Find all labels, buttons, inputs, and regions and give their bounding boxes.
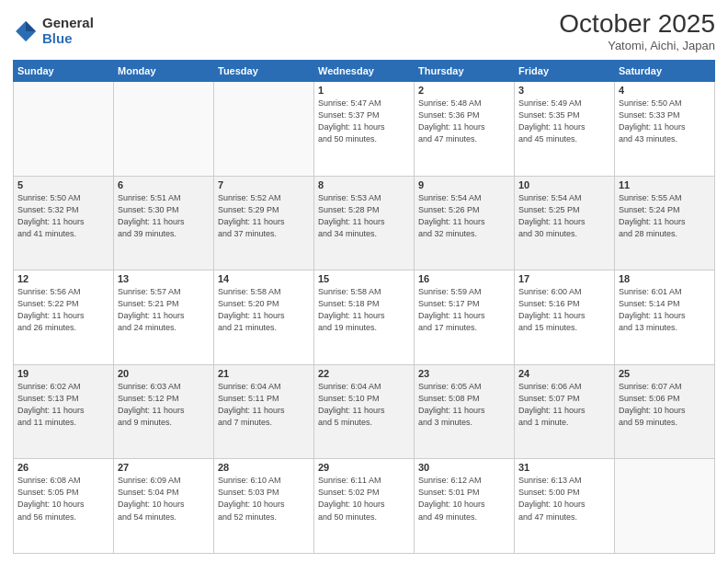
calendar-cell: 19Sunrise: 6:02 AM Sunset: 5:13 PM Dayli… (14, 364, 114, 459)
day-number: 6 (118, 179, 210, 190)
day-info: Sunrise: 5:51 AM Sunset: 5:30 PM Dayligh… (118, 192, 210, 240)
location: Yatomi, Aichi, Japan (559, 39, 715, 52)
day-info: Sunrise: 5:53 AM Sunset: 5:28 PM Dayligh… (318, 192, 410, 240)
calendar-cell: 18Sunrise: 6:01 AM Sunset: 5:14 PM Dayli… (615, 270, 715, 365)
day-number: 2 (418, 85, 510, 96)
day-number: 18 (619, 273, 711, 284)
day-number: 14 (218, 273, 310, 284)
calendar-cell: 31Sunrise: 6:13 AM Sunset: 5:00 PM Dayli… (515, 459, 615, 554)
weekday-header-thursday: Thursday (415, 61, 515, 82)
calendar-week-row: 26Sunrise: 6:08 AM Sunset: 5:05 PM Dayli… (14, 459, 715, 554)
calendar-cell: 10Sunrise: 5:54 AM Sunset: 5:25 PM Dayli… (515, 176, 615, 270)
day-info: Sunrise: 6:01 AM Sunset: 5:14 PM Dayligh… (619, 286, 711, 334)
day-number: 21 (218, 368, 310, 379)
weekday-header-sunday: Sunday (14, 61, 114, 82)
day-number: 29 (318, 462, 410, 473)
calendar-cell: 27Sunrise: 6:09 AM Sunset: 5:04 PM Dayli… (114, 459, 214, 554)
day-number: 5 (17, 179, 109, 190)
calendar-cell: 7Sunrise: 5:52 AM Sunset: 5:29 PM Daylig… (214, 176, 314, 270)
calendar-cell: 3Sunrise: 5:49 AM Sunset: 5:35 PM Daylig… (515, 82, 615, 177)
day-number: 1 (318, 85, 410, 96)
logo-icon (13, 18, 39, 44)
day-number: 9 (418, 179, 510, 190)
day-info: Sunrise: 5:59 AM Sunset: 5:17 PM Dayligh… (418, 286, 510, 334)
day-info: Sunrise: 5:58 AM Sunset: 5:20 PM Dayligh… (218, 286, 310, 334)
calendar-cell: 5Sunrise: 5:50 AM Sunset: 5:32 PM Daylig… (14, 176, 114, 270)
day-info: Sunrise: 5:56 AM Sunset: 5:22 PM Dayligh… (17, 286, 109, 334)
day-info: Sunrise: 5:50 AM Sunset: 5:32 PM Dayligh… (17, 192, 109, 240)
day-number: 10 (518, 179, 610, 190)
calendar-cell: 8Sunrise: 5:53 AM Sunset: 5:28 PM Daylig… (314, 176, 415, 270)
day-info: Sunrise: 5:55 AM Sunset: 5:24 PM Dayligh… (619, 192, 711, 240)
day-info: Sunrise: 6:07 AM Sunset: 5:06 PM Dayligh… (619, 381, 711, 429)
calendar-week-row: 19Sunrise: 6:02 AM Sunset: 5:13 PM Dayli… (14, 364, 715, 459)
day-number: 28 (218, 462, 310, 473)
day-number: 27 (118, 462, 210, 473)
day-info: Sunrise: 6:02 AM Sunset: 5:13 PM Dayligh… (17, 381, 109, 429)
calendar-cell: 14Sunrise: 5:58 AM Sunset: 5:20 PM Dayli… (214, 270, 314, 365)
month-title: October 2025 (559, 9, 715, 39)
calendar-cell: 20Sunrise: 6:03 AM Sunset: 5:12 PM Dayli… (114, 364, 214, 459)
day-number: 20 (118, 368, 210, 379)
weekday-header-monday: Monday (114, 61, 214, 82)
day-number: 11 (619, 179, 711, 190)
calendar-cell (14, 82, 114, 177)
day-info: Sunrise: 5:57 AM Sunset: 5:21 PM Dayligh… (118, 286, 210, 334)
calendar-cell (615, 459, 715, 554)
calendar-cell (214, 82, 314, 177)
calendar-cell: 12Sunrise: 5:56 AM Sunset: 5:22 PM Dayli… (14, 270, 114, 365)
calendar-cell: 25Sunrise: 6:07 AM Sunset: 5:06 PM Dayli… (615, 364, 715, 459)
weekday-header-wednesday: Wednesday (314, 61, 415, 82)
day-info: Sunrise: 6:12 AM Sunset: 5:01 PM Dayligh… (418, 475, 510, 523)
day-number: 25 (619, 368, 711, 379)
calendar-cell: 17Sunrise: 6:00 AM Sunset: 5:16 PM Dayli… (515, 270, 615, 365)
day-number: 24 (518, 368, 610, 379)
weekday-header-saturday: Saturday (615, 61, 715, 82)
calendar-cell: 30Sunrise: 6:12 AM Sunset: 5:01 PM Dayli… (415, 459, 515, 554)
weekday-header-friday: Friday (515, 61, 615, 82)
calendar-cell: 24Sunrise: 6:06 AM Sunset: 5:07 PM Dayli… (515, 364, 615, 459)
calendar-cell: 11Sunrise: 5:55 AM Sunset: 5:24 PM Dayli… (615, 176, 715, 270)
day-info: Sunrise: 5:49 AM Sunset: 5:35 PM Dayligh… (518, 98, 610, 145)
calendar-cell: 9Sunrise: 5:54 AM Sunset: 5:26 PM Daylig… (415, 176, 515, 270)
calendar-cell: 29Sunrise: 6:11 AM Sunset: 5:02 PM Dayli… (314, 459, 415, 554)
calendar-week-row: 5Sunrise: 5:50 AM Sunset: 5:32 PM Daylig… (14, 176, 715, 270)
day-number: 7 (218, 179, 310, 190)
calendar-cell: 1Sunrise: 5:47 AM Sunset: 5:37 PM Daylig… (314, 82, 415, 177)
day-info: Sunrise: 6:00 AM Sunset: 5:16 PM Dayligh… (518, 286, 610, 334)
day-number: 3 (518, 85, 610, 96)
day-info: Sunrise: 6:05 AM Sunset: 5:08 PM Dayligh… (418, 381, 510, 429)
day-number: 16 (418, 273, 510, 284)
day-number: 8 (318, 179, 410, 190)
calendar-cell: 4Sunrise: 5:50 AM Sunset: 5:33 PM Daylig… (615, 82, 715, 177)
day-number: 26 (17, 462, 109, 473)
day-info: Sunrise: 5:48 AM Sunset: 5:36 PM Dayligh… (418, 98, 510, 145)
calendar-cell: 22Sunrise: 6:04 AM Sunset: 5:10 PM Dayli… (314, 364, 415, 459)
day-info: Sunrise: 5:54 AM Sunset: 5:25 PM Dayligh… (518, 192, 610, 240)
page: General Blue October 2025 Yatomi, Aichi,… (0, 0, 728, 563)
day-info: Sunrise: 5:52 AM Sunset: 5:29 PM Dayligh… (218, 192, 310, 240)
day-info: Sunrise: 5:50 AM Sunset: 5:33 PM Dayligh… (619, 98, 711, 145)
header: General Blue October 2025 Yatomi, Aichi,… (13, 9, 715, 52)
logo-general-text: General (42, 16, 94, 31)
calendar-cell: 2Sunrise: 5:48 AM Sunset: 5:36 PM Daylig… (415, 82, 515, 177)
day-info: Sunrise: 6:08 AM Sunset: 5:05 PM Dayligh… (17, 475, 109, 523)
calendar-cell: 15Sunrise: 5:58 AM Sunset: 5:18 PM Dayli… (314, 270, 415, 365)
svg-marker-1 (26, 21, 36, 31)
calendar-cell: 23Sunrise: 6:05 AM Sunset: 5:08 PM Dayli… (415, 364, 515, 459)
day-number: 30 (418, 462, 510, 473)
calendar-cell: 26Sunrise: 6:08 AM Sunset: 5:05 PM Dayli… (14, 459, 114, 554)
calendar-week-row: 1Sunrise: 5:47 AM Sunset: 5:37 PM Daylig… (14, 82, 715, 177)
day-number: 17 (518, 273, 610, 284)
day-info: Sunrise: 6:11 AM Sunset: 5:02 PM Dayligh… (318, 475, 410, 523)
day-info: Sunrise: 6:10 AM Sunset: 5:03 PM Dayligh… (218, 475, 310, 523)
calendar-cell: 28Sunrise: 6:10 AM Sunset: 5:03 PM Dayli… (214, 459, 314, 554)
day-info: Sunrise: 6:04 AM Sunset: 5:11 PM Dayligh… (218, 381, 310, 429)
title-section: October 2025 Yatomi, Aichi, Japan (559, 9, 715, 52)
logo: General Blue (13, 16, 94, 46)
day-info: Sunrise: 5:47 AM Sunset: 5:37 PM Dayligh… (318, 98, 410, 145)
day-number: 31 (518, 462, 610, 473)
day-number: 22 (318, 368, 410, 379)
calendar-cell: 13Sunrise: 5:57 AM Sunset: 5:21 PM Dayli… (114, 270, 214, 365)
calendar-cell (114, 82, 214, 177)
